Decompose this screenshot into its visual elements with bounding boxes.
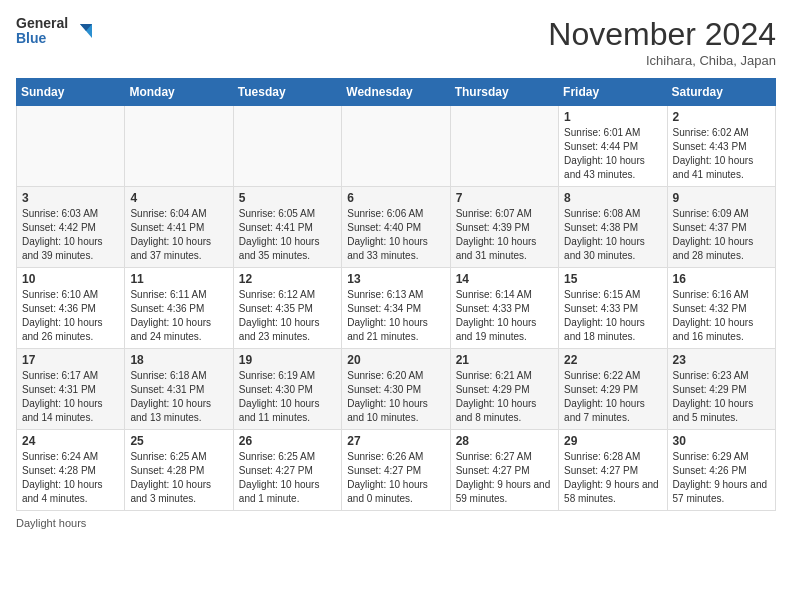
day-number: 27 — [347, 434, 444, 448]
day-number: 9 — [673, 191, 770, 205]
day-info: Sunrise: 6:29 AM Sunset: 4:26 PM Dayligh… — [673, 450, 770, 506]
day-cell: 6Sunrise: 6:06 AM Sunset: 4:40 PM Daylig… — [342, 187, 450, 268]
calendar-table: SundayMondayTuesdayWednesdayThursdayFrid… — [16, 78, 776, 511]
logo-text: General Blue — [16, 16, 68, 47]
day-number: 4 — [130, 191, 227, 205]
day-info: Sunrise: 6:08 AM Sunset: 4:38 PM Dayligh… — [564, 207, 661, 263]
week-row-3: 10Sunrise: 6:10 AM Sunset: 4:36 PM Dayli… — [17, 268, 776, 349]
logo: General Blue — [16, 16, 94, 47]
day-info: Sunrise: 6:26 AM Sunset: 4:27 PM Dayligh… — [347, 450, 444, 506]
day-number: 30 — [673, 434, 770, 448]
day-number: 1 — [564, 110, 661, 124]
day-info: Sunrise: 6:27 AM Sunset: 4:27 PM Dayligh… — [456, 450, 553, 506]
day-number: 10 — [22, 272, 119, 286]
day-number: 18 — [130, 353, 227, 367]
day-cell: 9Sunrise: 6:09 AM Sunset: 4:37 PM Daylig… — [667, 187, 775, 268]
col-header-friday: Friday — [559, 79, 667, 106]
col-header-thursday: Thursday — [450, 79, 558, 106]
day-info: Sunrise: 6:18 AM Sunset: 4:31 PM Dayligh… — [130, 369, 227, 425]
day-info: Sunrise: 6:14 AM Sunset: 4:33 PM Dayligh… — [456, 288, 553, 344]
day-number: 24 — [22, 434, 119, 448]
day-number: 20 — [347, 353, 444, 367]
week-row-4: 17Sunrise: 6:17 AM Sunset: 4:31 PM Dayli… — [17, 349, 776, 430]
day-cell: 3Sunrise: 6:03 AM Sunset: 4:42 PM Daylig… — [17, 187, 125, 268]
day-info: Sunrise: 6:15 AM Sunset: 4:33 PM Dayligh… — [564, 288, 661, 344]
day-number: 23 — [673, 353, 770, 367]
day-number: 11 — [130, 272, 227, 286]
day-cell: 12Sunrise: 6:12 AM Sunset: 4:35 PM Dayli… — [233, 268, 341, 349]
day-info: Sunrise: 6:22 AM Sunset: 4:29 PM Dayligh… — [564, 369, 661, 425]
day-info: Sunrise: 6:13 AM Sunset: 4:34 PM Dayligh… — [347, 288, 444, 344]
day-number: 2 — [673, 110, 770, 124]
day-cell — [125, 106, 233, 187]
day-info: Sunrise: 6:25 AM Sunset: 4:28 PM Dayligh… — [130, 450, 227, 506]
day-cell: 14Sunrise: 6:14 AM Sunset: 4:33 PM Dayli… — [450, 268, 558, 349]
week-row-2: 3Sunrise: 6:03 AM Sunset: 4:42 PM Daylig… — [17, 187, 776, 268]
day-info: Sunrise: 6:10 AM Sunset: 4:36 PM Dayligh… — [22, 288, 119, 344]
day-info: Sunrise: 6:28 AM Sunset: 4:27 PM Dayligh… — [564, 450, 661, 506]
day-number: 13 — [347, 272, 444, 286]
logo-arrow-icon — [72, 20, 94, 42]
day-info: Sunrise: 6:23 AM Sunset: 4:29 PM Dayligh… — [673, 369, 770, 425]
day-number: 16 — [673, 272, 770, 286]
day-number: 26 — [239, 434, 336, 448]
col-header-tuesday: Tuesday — [233, 79, 341, 106]
day-info: Sunrise: 6:11 AM Sunset: 4:36 PM Dayligh… — [130, 288, 227, 344]
day-number: 14 — [456, 272, 553, 286]
day-cell: 11Sunrise: 6:11 AM Sunset: 4:36 PM Dayli… — [125, 268, 233, 349]
day-number: 8 — [564, 191, 661, 205]
day-cell — [17, 106, 125, 187]
day-number: 6 — [347, 191, 444, 205]
day-cell: 19Sunrise: 6:19 AM Sunset: 4:30 PM Dayli… — [233, 349, 341, 430]
day-info: Sunrise: 6:19 AM Sunset: 4:30 PM Dayligh… — [239, 369, 336, 425]
day-cell: 18Sunrise: 6:18 AM Sunset: 4:31 PM Dayli… — [125, 349, 233, 430]
day-number: 17 — [22, 353, 119, 367]
day-cell: 8Sunrise: 6:08 AM Sunset: 4:38 PM Daylig… — [559, 187, 667, 268]
day-cell: 5Sunrise: 6:05 AM Sunset: 4:41 PM Daylig… — [233, 187, 341, 268]
day-number: 22 — [564, 353, 661, 367]
day-cell: 7Sunrise: 6:07 AM Sunset: 4:39 PM Daylig… — [450, 187, 558, 268]
month-title: November 2024 — [548, 16, 776, 53]
day-info: Sunrise: 6:04 AM Sunset: 4:41 PM Dayligh… — [130, 207, 227, 263]
day-cell: 4Sunrise: 6:04 AM Sunset: 4:41 PM Daylig… — [125, 187, 233, 268]
day-number: 15 — [564, 272, 661, 286]
day-number: 12 — [239, 272, 336, 286]
week-row-1: 1Sunrise: 6:01 AM Sunset: 4:44 PM Daylig… — [17, 106, 776, 187]
day-cell: 10Sunrise: 6:10 AM Sunset: 4:36 PM Dayli… — [17, 268, 125, 349]
location: Ichihara, Chiba, Japan — [548, 53, 776, 68]
day-number: 21 — [456, 353, 553, 367]
footer-note: Daylight hours — [16, 517, 776, 529]
day-number: 3 — [22, 191, 119, 205]
day-info: Sunrise: 6:03 AM Sunset: 4:42 PM Dayligh… — [22, 207, 119, 263]
day-cell: 21Sunrise: 6:21 AM Sunset: 4:29 PM Dayli… — [450, 349, 558, 430]
col-header-wednesday: Wednesday — [342, 79, 450, 106]
day-info: Sunrise: 6:06 AM Sunset: 4:40 PM Dayligh… — [347, 207, 444, 263]
day-info: Sunrise: 6:16 AM Sunset: 4:32 PM Dayligh… — [673, 288, 770, 344]
calendar-header-row: SundayMondayTuesdayWednesdayThursdayFrid… — [17, 79, 776, 106]
col-header-monday: Monday — [125, 79, 233, 106]
col-header-saturday: Saturday — [667, 79, 775, 106]
day-number: 25 — [130, 434, 227, 448]
day-cell: 20Sunrise: 6:20 AM Sunset: 4:30 PM Dayli… — [342, 349, 450, 430]
day-cell: 27Sunrise: 6:26 AM Sunset: 4:27 PM Dayli… — [342, 430, 450, 511]
col-header-sunday: Sunday — [17, 79, 125, 106]
day-info: Sunrise: 6:20 AM Sunset: 4:30 PM Dayligh… — [347, 369, 444, 425]
day-cell — [233, 106, 341, 187]
day-cell: 24Sunrise: 6:24 AM Sunset: 4:28 PM Dayli… — [17, 430, 125, 511]
day-cell — [450, 106, 558, 187]
day-info: Sunrise: 6:24 AM Sunset: 4:28 PM Dayligh… — [22, 450, 119, 506]
day-info: Sunrise: 6:02 AM Sunset: 4:43 PM Dayligh… — [673, 126, 770, 182]
day-cell: 17Sunrise: 6:17 AM Sunset: 4:31 PM Dayli… — [17, 349, 125, 430]
day-number: 7 — [456, 191, 553, 205]
day-info: Sunrise: 6:07 AM Sunset: 4:39 PM Dayligh… — [456, 207, 553, 263]
day-cell: 13Sunrise: 6:13 AM Sunset: 4:34 PM Dayli… — [342, 268, 450, 349]
day-cell: 23Sunrise: 6:23 AM Sunset: 4:29 PM Dayli… — [667, 349, 775, 430]
day-cell: 25Sunrise: 6:25 AM Sunset: 4:28 PM Dayli… — [125, 430, 233, 511]
day-info: Sunrise: 6:09 AM Sunset: 4:37 PM Dayligh… — [673, 207, 770, 263]
day-cell: 22Sunrise: 6:22 AM Sunset: 4:29 PM Dayli… — [559, 349, 667, 430]
day-cell: 29Sunrise: 6:28 AM Sunset: 4:27 PM Dayli… — [559, 430, 667, 511]
day-cell: 28Sunrise: 6:27 AM Sunset: 4:27 PM Dayli… — [450, 430, 558, 511]
page-header: General Blue November 2024 Ichihara, Chi… — [16, 16, 776, 68]
day-info: Sunrise: 6:21 AM Sunset: 4:29 PM Dayligh… — [456, 369, 553, 425]
day-info: Sunrise: 6:17 AM Sunset: 4:31 PM Dayligh… — [22, 369, 119, 425]
